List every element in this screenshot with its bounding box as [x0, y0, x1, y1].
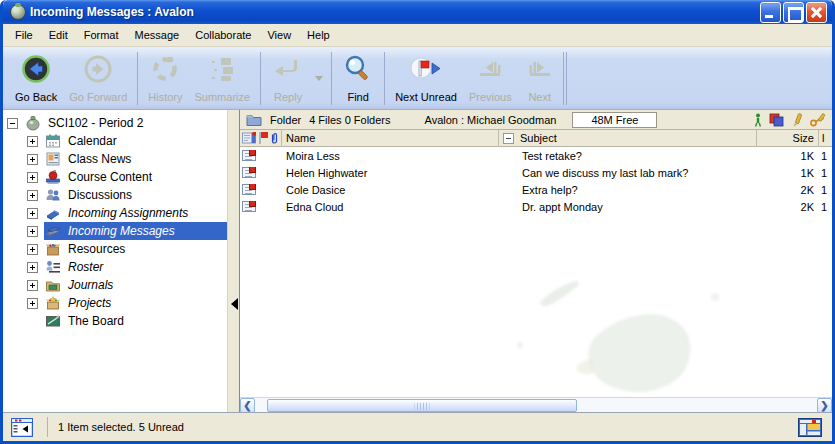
go-forward-icon: [83, 53, 113, 85]
sidebar-item-incoming-messages[interactable]: Incoming Messages: [3, 222, 227, 240]
layout-view-icon[interactable]: [798, 418, 822, 437]
message-size: 1K: [756, 150, 818, 162]
previous-button: Previous: [463, 50, 518, 107]
sender-name: Moira Less: [282, 150, 498, 162]
go-back-button[interactable]: Go Back: [9, 50, 63, 107]
unread-message-icon: [242, 184, 256, 195]
minimize-button[interactable]: [760, 2, 781, 23]
sidebar-item-class-news[interactable]: Class News: [3, 150, 227, 168]
scroll-left-arrow-icon[interactable]: ❮: [240, 398, 255, 413]
sender-name: Edna Cloud: [282, 201, 498, 213]
expand-plus-icon[interactable]: [27, 172, 38, 183]
expand-plus-icon[interactable]: [27, 154, 38, 165]
expand-plus-icon[interactable]: [27, 208, 38, 219]
expand-plus-icon[interactable]: [27, 136, 38, 147]
sidebar-item-incoming-assignments[interactable]: Incoming Assignments: [3, 204, 227, 222]
message-date-truncated: 1: [818, 201, 832, 213]
menu-view[interactable]: View: [259, 26, 299, 44]
folder-counts: 4 Files 0 Folders: [309, 114, 390, 126]
message-type-column-icon[interactable]: [242, 132, 256, 144]
message-size: 2K: [756, 201, 818, 213]
attachment-column-icon[interactable]: [270, 132, 279, 145]
find-button[interactable]: Find: [336, 50, 380, 107]
expand-plus-icon[interactable]: [27, 280, 38, 291]
menu-format[interactable]: Format: [76, 26, 127, 44]
expand-plus-icon[interactable]: [27, 226, 38, 237]
expand-plus-icon[interactable]: [27, 298, 38, 309]
horizontal-scrollbar[interactable]: ❮ ❯: [240, 397, 832, 412]
folder-type-label: Folder: [270, 114, 301, 126]
sidebar-item-roster[interactable]: Roster: [3, 258, 227, 276]
next-icon: [524, 53, 556, 85]
toolbar: Go Back Go Forward History Summarize Rep…: [3, 47, 832, 110]
close-button[interactable]: [806, 2, 827, 23]
panel-splitter[interactable]: [227, 110, 240, 412]
status-bar: 1 Item selected. 5 Unread: [3, 412, 832, 441]
split-view-icon[interactable]: [11, 418, 33, 437]
scrollbar-thumb[interactable]: [267, 399, 577, 412]
stacked-books-icon: [44, 223, 61, 239]
title-bar: Incoming Messages : Avalon: [3, 0, 832, 24]
message-list: Moira Less Test retake? 1K 1 Helen Highw…: [240, 147, 832, 397]
collapse-minus-icon[interactable]: [7, 118, 18, 129]
summarize-button: Summarize: [189, 50, 257, 107]
sidebar-item-resources[interactable]: Resources: [3, 240, 227, 258]
unread-message-icon: [242, 150, 256, 161]
message-row[interactable]: Moira Less Test retake? 1K 1: [240, 147, 832, 164]
message-subject: Dr. appt Monday: [498, 201, 756, 213]
folder-tree: SCI102 - Period 2 Calendar Class News: [3, 110, 227, 412]
message-row[interactable]: Cole Dasice Extra help? 2K 1: [240, 181, 832, 198]
menu-edit[interactable]: Edit: [41, 26, 76, 44]
projects-icon: [44, 295, 61, 311]
app-window: Incoming Messages : Avalon File Edit For…: [0, 0, 835, 444]
sidebar-item-calendar[interactable]: Calendar: [3, 132, 227, 150]
window-title: Incoming Messages : Avalon: [30, 5, 760, 19]
sidebar-item-the-board[interactable]: The Board: [3, 312, 227, 330]
sidebar-item-journals[interactable]: Journals: [3, 276, 227, 294]
collapse-panel-arrow-icon[interactable]: [231, 298, 238, 310]
column-header-size[interactable]: Size: [756, 130, 818, 147]
menu-message[interactable]: Message: [127, 26, 188, 44]
menu-collaborate[interactable]: Collaborate: [187, 26, 259, 44]
expand-plus-icon[interactable]: [27, 244, 38, 255]
message-row[interactable]: Edna Cloud Dr. appt Monday 2K 1: [240, 198, 832, 215]
menu-file[interactable]: File: [7, 26, 41, 44]
apple-books-icon: [44, 169, 61, 185]
folder-info-bar: Folder 4 Files 0 Folders Avalon : Michae…: [240, 110, 832, 130]
expand-plus-icon[interactable]: [27, 190, 38, 201]
message-row[interactable]: Helen Highwater Can we discuss my last l…: [240, 164, 832, 181]
message-date-truncated: 1: [818, 150, 832, 162]
next-unread-button[interactable]: Next Unread: [389, 50, 463, 107]
find-magnifier-icon: [342, 53, 374, 85]
go-back-icon: [21, 53, 51, 85]
sidebar-item-discussions[interactable]: Discussions: [3, 186, 227, 204]
expand-plus-icon[interactable]: [27, 262, 38, 273]
sidebar-item-course-content[interactable]: Course Content: [3, 168, 227, 186]
account-name: Avalon : Michael Goodman: [425, 114, 557, 126]
reply-dropdown-arrow-icon: [315, 76, 323, 81]
sender-name: Helen Highwater: [282, 167, 498, 179]
menu-help[interactable]: Help: [299, 26, 338, 44]
column-collapse-icon[interactable]: [503, 133, 514, 144]
message-subject: Extra help?: [498, 184, 756, 196]
sidebar-item-projects[interactable]: Projects: [3, 294, 227, 312]
app-flask-icon: [10, 4, 26, 20]
menu-bar: File Edit Format Message Collaborate Vie…: [3, 24, 832, 47]
reply-icon: [271, 53, 305, 85]
reply-button: Reply: [265, 50, 311, 107]
sidebar-item-sci102[interactable]: SCI102 - Period 2: [3, 114, 227, 132]
column-header-subject[interactable]: Subject: [498, 130, 756, 147]
chalkboard-icon: [44, 313, 61, 329]
summarize-icon: [207, 53, 237, 85]
history-button: History: [142, 50, 188, 107]
flag-column-icon[interactable]: [258, 132, 268, 144]
maximize-button[interactable]: [783, 2, 804, 23]
folder-icon: [246, 113, 262, 126]
column-header-last-truncated[interactable]: l: [818, 130, 832, 147]
scroll-right-arrow-icon[interactable]: ❯: [817, 398, 832, 413]
sender-name: Cole Dasice: [282, 184, 498, 196]
blue-book-icon: [44, 205, 61, 221]
go-forward-button: Go Forward: [63, 50, 133, 107]
column-header-name[interactable]: Name: [282, 130, 498, 147]
history-icon: [150, 53, 180, 85]
